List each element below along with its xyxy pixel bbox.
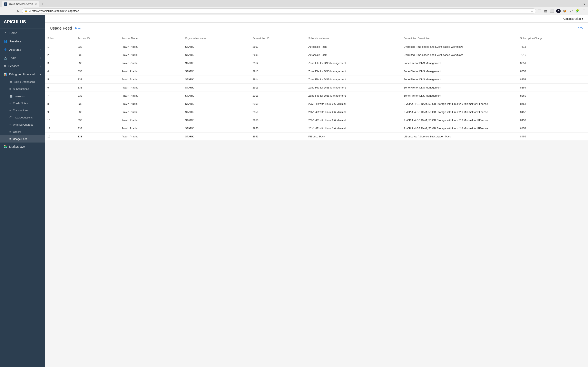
csv-download-link[interactable]: .CSV: [577, 27, 583, 30]
menu-button[interactable]: ☰: [582, 8, 586, 14]
cell-sub-charge: 8352: [518, 67, 588, 75]
back-button[interactable]: ←: [2, 8, 7, 14]
sidebar-item-orders[interactable]: ≡ Orders: [0, 128, 45, 135]
app-container: APICULUS ⌂ Home 👥 Resellers 👤 Accounts ›…: [0, 15, 588, 367]
page-title-text: Usage Feed: [50, 26, 72, 31]
home-icon: ⌂: [4, 31, 7, 35]
bookmark-icon[interactable]: ☆: [531, 9, 533, 12]
pocket-button[interactable]: 🛡: [537, 8, 542, 14]
extension-shield-button[interactable]: 🛡: [569, 8, 574, 14]
sidebar-item-subscriptions[interactable]: ≡ Subscriptions: [0, 85, 45, 92]
reader-view-button[interactable]: ▤: [543, 8, 548, 14]
cell-sub-charge: 7515: [518, 43, 588, 51]
cell-sub-desc: Zone File for DNS Management: [401, 92, 518, 100]
cell-org-name: STARK: [183, 75, 250, 83]
orders-icon: ≡: [9, 130, 11, 133]
resellers-icon: 👥: [4, 40, 7, 43]
cell-sno: 9: [45, 108, 75, 116]
cell-sno: 10: [45, 116, 75, 124]
sidebar-item-orders-label: Orders: [13, 130, 21, 133]
extensions-button[interactable]: 🧩: [575, 8, 581, 14]
sidebar-item-transactions[interactable]: ≡ Transactions: [0, 107, 45, 114]
sidebar-item-billing-financial[interactable]: 📊 Billing and Financial ∨: [0, 70, 45, 78]
sidebar-item-credit-notes[interactable]: ≡ Credit Notes: [0, 100, 45, 107]
cell-sno: 2: [45, 51, 75, 59]
cell-sub-id: 2950: [250, 116, 306, 124]
cell-account-id: 333: [75, 108, 119, 116]
subscriptions-icon: ≡: [9, 87, 11, 91]
sidebar-item-accounts[interactable]: 👤 Accounts ›: [0, 46, 45, 54]
cell-sub-id: 2603: [250, 43, 306, 51]
sidebar: APICULUS ⌂ Home 👥 Resellers 👤 Accounts ›…: [0, 15, 45, 367]
sidebar-item-home[interactable]: ⌂ Home: [0, 29, 45, 37]
col-header-sub-charge: Subscription Charge: [518, 34, 588, 43]
app-header: Administration ▾: [45, 15, 588, 23]
cell-sno: 4: [45, 67, 75, 75]
cell-org-name: STARK: [183, 92, 250, 100]
sidebar-item-billing-dashboard[interactable]: ▦ Billing Dashboard: [0, 78, 45, 85]
cell-org-name: STARK: [183, 124, 250, 133]
table-row: 10 333 Pravin Prabhu STARK 2950 2Cv1-4R …: [45, 116, 588, 124]
filter-link[interactable]: Filter: [75, 27, 81, 30]
tab-bar: A Cloud Services Admin ✕ + ▾: [0, 0, 588, 7]
extension-butterfly-button[interactable]: 🦋: [562, 8, 568, 14]
sidebar-item-usage-feed[interactable]: ≡ Usage Feed: [0, 135, 45, 142]
cell-account-id: 333: [75, 59, 119, 67]
administration-dropdown[interactable]: Administration ▾: [563, 17, 583, 20]
sidebar-item-home-label: Home: [9, 31, 17, 35]
cell-sub-name: Zone File for DNS Management: [306, 83, 401, 92]
cell-sub-desc: Zone File for DNS Management: [401, 83, 518, 92]
cell-sub-id: 2914: [250, 75, 306, 83]
sidebar-item-billing-dashboard-label: Billing Dashboard: [14, 80, 35, 83]
table-body: 1 333 Pravin Prabhu STARK 2603 Autoscale…: [45, 43, 588, 141]
sidebar-item-services[interactable]: ⚙ Services ›: [0, 62, 45, 70]
col-header-sub-id: Subscription ID: [250, 34, 306, 43]
tab-close-button[interactable]: ✕: [35, 2, 37, 6]
cell-account-id: 333: [75, 67, 119, 75]
sidebar-item-accounts-label: Accounts: [9, 48, 21, 51]
billing-icon: 📊: [4, 73, 7, 76]
sidebar-item-marketplace[interactable]: 🏪 Marketplace ›: [0, 142, 45, 151]
sidebar-item-usage-feed-label: Usage Feed: [13, 137, 27, 141]
cell-sub-desc: Zone File for DNS Management: [401, 59, 518, 67]
cell-sno: 8: [45, 100, 75, 108]
table-row: 8 333 Pravin Prabhu STARK 2950 2Cv1-4R w…: [45, 100, 588, 108]
invoices-icon: 📄: [9, 95, 13, 98]
cell-sub-name: Zone File for DNS Management: [306, 75, 401, 83]
browser-chrome: A Cloud Services Admin ✕ + ▾ ← → ↻ 🔒 ⊞ h…: [0, 0, 588, 15]
sidebar-item-trials-label: Trials: [9, 56, 16, 59]
sidebar-item-subscriptions-label: Subscriptions: [13, 87, 29, 91]
pip-button[interactable]: ⬜: [549, 8, 555, 14]
cell-sno: 3: [45, 59, 75, 67]
cell-sno: 12: [45, 133, 75, 141]
sidebar-item-resellers[interactable]: 👥 Resellers: [0, 37, 45, 46]
cell-account-name: Pravin Prabhu: [119, 59, 182, 67]
profile-button[interactable]: K: [556, 9, 561, 13]
tab-favicon: A: [4, 2, 7, 6]
cell-account-id: 333: [75, 75, 119, 83]
cell-account-id: 333: [75, 133, 119, 141]
marketplace-icon: 🏪: [4, 145, 7, 148]
cell-sub-name: 2Cv1-4R with Linux 2.6 Minimal: [306, 100, 401, 108]
sidebar-item-unbilled-charges[interactable]: ≡ Unbilled Charges: [0, 121, 45, 128]
administration-label: Administration: [563, 17, 581, 20]
cell-sub-charge: 8452: [518, 108, 588, 116]
new-tab-button[interactable]: +: [39, 1, 46, 7]
tab-title: Cloud Services Admin: [9, 3, 33, 6]
sidebar-item-tax-deductions[interactable]: ◯ Tax Deductions: [0, 114, 45, 121]
refresh-button[interactable]: ↻: [16, 8, 21, 14]
more-tabs-button[interactable]: ▾: [582, 1, 586, 7]
active-tab[interactable]: A Cloud Services Admin ✕: [2, 1, 39, 7]
forward-button[interactable]: →: [9, 8, 14, 14]
cell-sub-id: 2918: [250, 92, 306, 100]
cell-sub-charge: 8451: [518, 100, 588, 108]
cell-sub-name: 2Cv1-4R with Linux 2.6 Minimal: [306, 124, 401, 133]
logo-text: APICULUS: [4, 19, 41, 25]
cell-account-name: Pravin Prabhu: [119, 108, 182, 116]
address-bar[interactable]: 🔒 ⊞ https://try.apiculus.io/admin/#/usag…: [22, 8, 536, 13]
sidebar-item-trials[interactable]: 🔬 Trials ›: [0, 54, 45, 62]
billing-chevron-icon: ∨: [39, 73, 41, 76]
cell-sno: 1: [45, 43, 75, 51]
sidebar-item-invoices[interactable]: 📄 Invoices: [0, 92, 45, 100]
usage-feed-table: S. No. Account ID Account Name Organisat…: [45, 34, 588, 141]
